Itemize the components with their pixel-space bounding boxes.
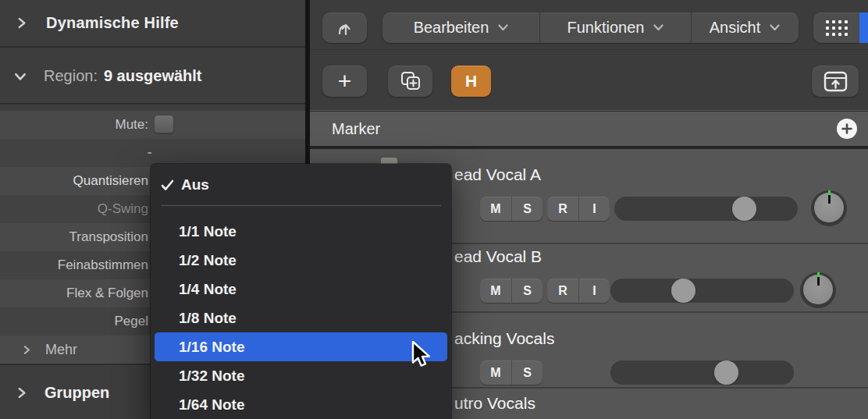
solo-button[interactable]: S	[511, 360, 542, 385]
empty-value-dashes: - -	[137, 139, 169, 167]
mute-button[interactable]: M	[480, 197, 511, 221]
grid-view-button[interactable]	[813, 12, 859, 43]
region-selected-count: 9 ausgewählt	[104, 67, 202, 85]
more-label: Mehr	[45, 342, 77, 358]
input-button[interactable]: I	[578, 279, 610, 303]
menu-item[interactable]: 1/64 Note	[151, 390, 451, 419]
chevron-down-icon	[653, 24, 663, 31]
record-button[interactable]: R	[547, 197, 578, 221]
solo-button[interactable]: S	[511, 197, 542, 221]
track-name: ead Vocal B	[454, 247, 542, 266]
row-dash-values: - -	[0, 139, 305, 167]
slider-thumb[interactable]	[714, 360, 738, 385]
duplicate-icon	[398, 69, 423, 93]
solo-button[interactable]: S	[511, 279, 542, 303]
volume-slider[interactable]	[614, 197, 798, 221]
mute-solo-buttons: MS	[480, 360, 542, 385]
record-input-buttons: RI	[547, 279, 610, 303]
track-name: acking Vocals	[454, 329, 554, 348]
edit-menu-label: Bearbeiten	[414, 19, 489, 37]
menu-item-highlighted[interactable]: 1/16 Note	[155, 332, 447, 361]
add-marker-circle-button[interactable]	[837, 119, 857, 139]
region-label: Region:	[44, 67, 98, 85]
hide-button[interactable]: H	[451, 66, 491, 97]
plus-icon: +	[338, 67, 352, 95]
checkmark-icon	[161, 179, 174, 191]
hide-button-label: H	[465, 72, 477, 91]
track-name: utro Vocals	[454, 394, 535, 413]
row-mute: Mute:	[0, 111, 305, 139]
mouse-cursor	[410, 340, 432, 368]
duplicate-button[interactable]	[388, 66, 432, 97]
chevron-right-icon	[22, 345, 31, 355]
marker-header-bar: Marker	[310, 111, 868, 146]
add-marker-button[interactable]: +	[322, 66, 367, 97]
transposition-label: Transposition	[0, 223, 148, 251]
view-menu-label: Ansicht	[710, 19, 761, 37]
mute-solo-buttons: MS	[480, 197, 542, 221]
view-menu-button[interactable]: Ansicht	[691, 12, 798, 43]
menu-button-group: Bearbeiten Funktionen Ansicht	[382, 12, 799, 43]
track-name: ead Vocal A	[454, 165, 541, 184]
plus-icon	[841, 123, 852, 134]
volume-slider[interactable]	[610, 279, 794, 303]
mute-label: Mute:	[0, 111, 148, 139]
chevron-down-icon	[498, 24, 508, 31]
export-button[interactable]	[812, 66, 859, 97]
marker-toolbar: Bearbeiten Funktionen Ansicht + H	[310, 0, 868, 110]
record-input-buttons: RI	[547, 197, 610, 221]
quantize-label: Quantisieren	[0, 167, 148, 195]
chevron-right-icon	[16, 387, 27, 399]
volume-slider[interactable]	[610, 360, 794, 385]
slider-thumb[interactable]	[671, 279, 695, 303]
menu-item[interactable]: 1/32 Note	[151, 361, 451, 390]
slider-thumb[interactable]	[732, 197, 756, 221]
menu-separator	[161, 205, 441, 206]
input-button[interactable]: I	[578, 197, 610, 221]
quantize-dropdown-menu: Aus 1/1 Note 1/2 Note 1/4 Note 1/8 Note …	[151, 164, 451, 419]
pan-knob[interactable]	[800, 272, 836, 308]
fine-tune-label: Feinabstimmen	[0, 251, 148, 279]
section-dynamic-help[interactable]: Dynamische Hilfe	[0, 0, 305, 48]
section-region-header[interactable]: Region: 9 ausgewählt	[0, 49, 305, 105]
marker-title: Marker	[332, 120, 380, 138]
menu-item[interactable]: 1/2 Note	[151, 246, 451, 275]
edit-menu-button[interactable]: Bearbeiten	[382, 12, 539, 43]
menu-item[interactable]: 1/4 Note	[151, 275, 451, 304]
window-upload-icon	[824, 71, 848, 92]
chevron-down-icon	[14, 71, 27, 82]
grid-icon	[826, 20, 848, 36]
chevron-right-icon	[16, 17, 27, 29]
flex-follow-label: Flex & Folgen	[0, 279, 148, 307]
level-label: Pegel	[0, 307, 148, 336]
groups-title: Gruppen	[44, 384, 109, 402]
menu-item[interactable]: 1/1 Note	[151, 217, 451, 246]
pan-knob[interactable]	[811, 190, 847, 226]
mute-button[interactable]: M	[480, 279, 511, 303]
mute-solo-buttons: MS	[480, 279, 542, 303]
mute-button[interactable]: M	[480, 360, 511, 385]
q-swing-label: Q-Swing	[0, 195, 148, 223]
functions-menu-label: Funktionen	[567, 19, 645, 37]
catch-up-arrow-button[interactable]	[322, 12, 367, 43]
mute-checkbox[interactable]	[154, 115, 174, 133]
menu-item[interactable]: 1/8 Note	[151, 304, 451, 332]
menu-item-label: Aus	[181, 176, 209, 194]
chevron-down-icon	[770, 24, 780, 31]
selected-view-segment[interactable]	[859, 12, 868, 43]
menu-item-aus[interactable]: Aus	[151, 171, 451, 199]
curved-up-arrow-icon	[335, 18, 355, 38]
dynamic-help-title: Dynamische Hilfe	[46, 14, 179, 32]
record-button[interactable]: R	[547, 279, 578, 303]
functions-menu-button[interactable]: Funktionen	[539, 12, 691, 43]
toolbar-separator	[310, 49, 868, 50]
